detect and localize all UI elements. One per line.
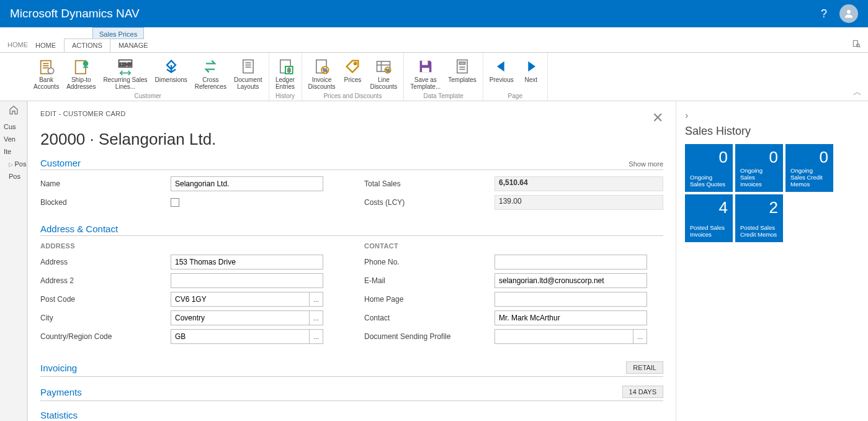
ribbon-dimensions[interactable]: Dimensions (151, 55, 191, 91)
ribbon-bank-accounts[interactable]: BankAccounts (30, 55, 63, 91)
svg-point-8 (48, 68, 53, 73)
factbox-panel: › Sales History 0Ongoing Sales Quotes0On… (676, 101, 868, 421)
section-customer-title[interactable]: Customer (40, 158, 81, 168)
next-icon (522, 57, 540, 76)
invoice-discounts-label: InvoiceDiscounts (308, 76, 336, 90)
ribbon-save-as-template[interactable]: Save asTemplate... (406, 55, 444, 91)
home-breadcrumb[interactable]: HOME (0, 38, 27, 52)
tile-ongoing-sales-credit-memos[interactable]: 0Ongoing Sales Credit Memos (785, 144, 833, 192)
homepage-field[interactable] (494, 292, 647, 307)
sub-tab-sales-prices[interactable]: Sales Prices (92, 27, 144, 39)
postcode-lookup-button[interactable]: ... (310, 292, 323, 307)
user-avatar[interactable] (839, 4, 858, 23)
country-lookup-button[interactable]: ... (310, 329, 323, 344)
recurring-sales-lines-icon: 12345 (117, 57, 134, 76)
address2-label: Address 2 (40, 276, 171, 285)
dimensions-label: Dimensions (155, 76, 187, 83)
sidebar-item-2[interactable]: Ite (0, 145, 27, 158)
previous-icon (493, 57, 510, 76)
city-label: City (40, 314, 171, 322)
ship-to-addresses-label: Ship-toAddresses (66, 76, 96, 90)
sidebar-item-4[interactable]: Pos (0, 170, 27, 183)
ribbon-group-label: Customer (30, 91, 266, 101)
app-title: Microsoft Dynamics NAV (10, 7, 140, 20)
ribbon-invoice-discounts[interactable]: %InvoiceDiscounts (305, 55, 339, 91)
tile-count: 4 (690, 198, 728, 225)
ribbon-ledger-entries[interactable]: $LedgerEntries (272, 55, 299, 91)
blocked-label: Blocked (40, 198, 171, 207)
tile-ongoing-sales-invoices[interactable]: 0Ongoing Sales Invoices (735, 144, 783, 192)
tile-ongoing-sales-quotes[interactable]: 0Ongoing Sales Quotes (685, 144, 733, 192)
tile-caption: Posted Sales Credit Memos (740, 225, 778, 238)
svg-text:%: % (323, 68, 328, 73)
country-label: Country/Region Code (40, 332, 171, 341)
show-more-link[interactable]: Show more (629, 160, 663, 168)
help-icon[interactable]: ? (821, 7, 827, 20)
ledger-entries-icon: $ (277, 57, 294, 76)
ship-to-addresses-icon (73, 57, 90, 76)
tab-actions[interactable]: ACTIONS (64, 38, 110, 52)
contact-subhead: CONTACT (364, 242, 663, 250)
sidebar-item-1[interactable]: Ven (0, 133, 27, 145)
email-label: E-Mail (364, 276, 494, 285)
tab-home[interactable]: HOME (27, 38, 64, 52)
tab-manage[interactable]: MANAGE (110, 38, 156, 52)
sidebar-item-0[interactable]: Cus (0, 120, 27, 133)
svg-point-10 (83, 61, 87, 66)
ribbon-prices[interactable]: Prices (339, 55, 366, 91)
ribbon-ship-to-addresses[interactable]: Ship-toAddresses (63, 55, 99, 91)
svg-rect-1 (853, 40, 857, 46)
customer-card: EDIT - CUSTOMER CARD ✕ 20000 · Selangori… (28, 101, 676, 421)
templates-icon (454, 57, 471, 76)
dimensions-icon (163, 57, 180, 76)
home-icon[interactable] (0, 101, 27, 120)
ribbon-collapse-icon[interactable]: ︿ (853, 87, 862, 98)
ribbon-line-discounts[interactable]: %LineDiscounts (366, 55, 401, 91)
svg-rect-31 (422, 68, 429, 72)
city-field[interactable] (171, 310, 310, 325)
docsend-field[interactable] (494, 329, 633, 344)
templates-label: Templates (448, 76, 477, 83)
section-payments-title[interactable]: Payments (40, 387, 82, 397)
phone-label: Phone No. (364, 258, 494, 266)
address-field[interactable] (171, 255, 323, 269)
svg-text:%: % (386, 68, 390, 73)
ribbon-templates[interactable]: Templates (444, 55, 480, 91)
factbox-chevron-icon[interactable]: › (685, 110, 859, 121)
country-field[interactable] (171, 329, 310, 344)
contact-field[interactable] (494, 310, 647, 325)
close-icon[interactable]: ✕ (652, 110, 663, 126)
homepage-label: Home Page (364, 295, 494, 304)
search-page-icon[interactable] (852, 39, 861, 50)
ribbon-previous[interactable]: Previous (486, 55, 517, 91)
postcode-field[interactable] (171, 292, 310, 307)
phone-field[interactable] (494, 255, 647, 269)
tile-posted-sales-credit-memos[interactable]: 2Posted Sales Credit Memos (735, 194, 783, 242)
ribbon-cross-references[interactable]: CrossReferences (191, 55, 230, 91)
email-field[interactable] (494, 273, 647, 288)
docsend-label: Document Sending Profile (364, 332, 494, 341)
section-address-contact-title[interactable]: Address & Contact (40, 224, 118, 234)
ribbon-next[interactable]: Next (517, 55, 545, 91)
tile-count: 2 (740, 198, 778, 225)
svg-rect-33 (459, 62, 465, 65)
ribbon-recurring-sales-lines[interactable]: 12345Recurring SalesLines... (99, 55, 151, 91)
costs-value: 139.00 (494, 195, 663, 210)
tile-posted-sales-invoices[interactable]: 4Posted Sales Invoices (685, 194, 733, 242)
previous-label: Previous (490, 76, 514, 83)
invoicing-badge: RETAIL (626, 361, 663, 374)
sidebar-item-3[interactable]: ▷ Pos (0, 158, 27, 170)
name-field[interactable] (171, 176, 323, 191)
docsend-lookup-button[interactable]: ... (633, 329, 647, 344)
address2-field[interactable] (171, 273, 323, 288)
section-invoicing-title[interactable]: Invoicing (40, 363, 77, 373)
section-statistics-title[interactable]: Statistics (40, 410, 78, 420)
svg-line-3 (859, 47, 861, 48)
ribbon-document-layouts[interactable]: DocumentLayouts (230, 55, 266, 91)
navigation-sidebar: CusVenIte▷ PosPos (0, 101, 27, 421)
address-label: Address (40, 258, 171, 266)
city-lookup-button[interactable]: ... (310, 310, 323, 325)
sales-history-title: Sales History (685, 125, 859, 138)
svg-point-0 (847, 10, 851, 14)
blocked-checkbox[interactable] (171, 198, 179, 207)
